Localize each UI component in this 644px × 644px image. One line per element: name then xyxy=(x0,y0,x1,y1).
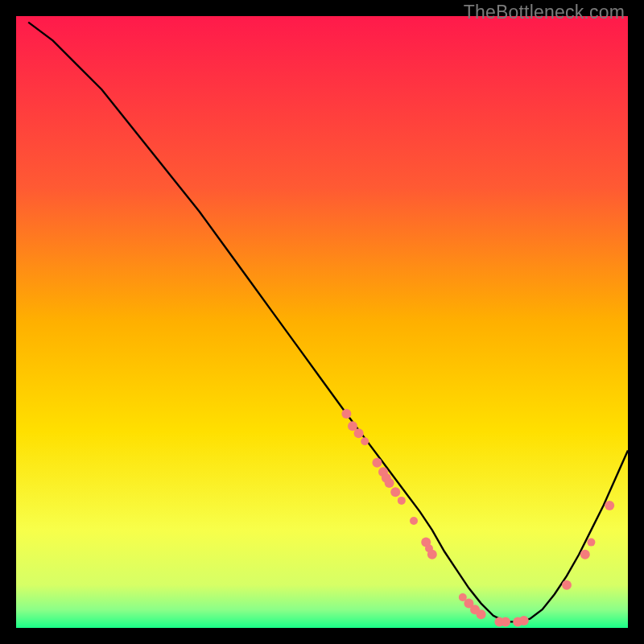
chart-frame xyxy=(16,16,628,628)
data-point xyxy=(587,539,595,547)
data-point xyxy=(398,497,406,505)
data-point xyxy=(341,409,351,419)
data-point xyxy=(385,478,394,488)
chart-svg xyxy=(16,16,628,628)
data-point xyxy=(427,550,437,559)
data-point xyxy=(501,617,510,626)
data-point xyxy=(605,501,614,510)
data-point xyxy=(354,428,364,438)
data-point xyxy=(580,550,590,559)
data-point xyxy=(477,609,486,619)
data-point xyxy=(390,487,400,497)
watermark-text: TheBottleneck.com xyxy=(464,2,625,23)
data-point xyxy=(372,458,382,468)
data-point xyxy=(519,616,529,625)
data-point xyxy=(410,517,418,525)
data-point xyxy=(361,437,369,445)
data-point xyxy=(562,580,572,590)
gradient-background xyxy=(16,16,628,628)
